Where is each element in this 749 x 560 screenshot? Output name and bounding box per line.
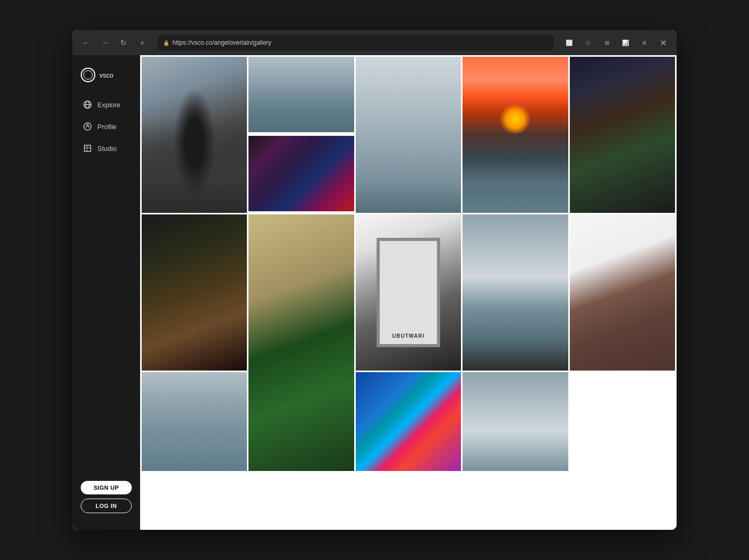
profile-icon [83,122,92,131]
photo-item[interactable] [142,57,247,213]
sidebar-item-explore[interactable]: Explore [74,95,138,114]
window-icon[interactable]: ⬜ [562,35,577,50]
gallery-grid: UBUTWARI [140,55,677,473]
newtab-button[interactable]: + [135,35,149,50]
menu-icon[interactable]: ≡ [637,35,652,50]
photo-item[interactable] [463,57,568,213]
sidebar: vsco Explore [72,55,140,530]
sidebar-bottom: SIGN UP LOG IN [72,473,140,521]
forward-button[interactable]: → [97,35,112,50]
studio-label: Studio [97,145,117,152]
photo-item[interactable] [248,136,354,211]
profile-label: Profile [97,123,117,131]
nav-items: Explore Profile [72,95,140,473]
svg-point-4 [87,124,89,126]
login-button[interactable]: LOG IN [81,499,132,513]
browser-chrome: ← → ↻ + 🔒 https://vsco.co/angeloverlain/… [72,30,677,55]
photo-item[interactable] [142,372,247,471]
signup-button[interactable]: SIGN UP [81,481,132,494]
sidebar-item-profile[interactable]: Profile [74,117,138,136]
star-icon[interactable]: ☆ [581,35,595,50]
photo-item[interactable] [463,372,568,471]
photo-item[interactable] [463,214,568,371]
url-text: https://vsco.co/angeloverlain/gallery [172,39,271,46]
browser-actions: ⬜ ☆ ⊞ 📊 ≡ ✕ [562,35,670,50]
explore-label: Explore [97,101,120,109]
photo-item[interactable] [570,214,675,371]
browser-window: ← → ↻ + 🔒 https://vsco.co/angeloverlain/… [72,30,677,530]
photo-item[interactable] [356,372,461,471]
photo-item[interactable] [142,214,247,371]
photo-item[interactable] [356,57,461,213]
gallery-area[interactable]: UBUTWARI [140,55,677,530]
lock-icon: 🔒 [163,40,169,46]
address-bar[interactable]: 🔒 https://vsco.co/angeloverlain/gallery [158,35,554,50]
vsco-logo-circle [81,68,95,82]
globe-icon [83,100,92,109]
reload-button[interactable]: ↻ [116,35,131,50]
photo-item[interactable]: UBUTWARI [356,214,461,371]
svg-rect-5 [84,145,91,151]
sidebar-logo[interactable]: vsco [72,63,140,95]
photo-item[interactable] [248,57,354,132]
photo-item[interactable] [248,214,354,471]
vsco-logo-inner [83,70,93,80]
app-body: vsco Explore [72,55,677,530]
back-button[interactable]: ← [79,35,93,50]
grid-icon[interactable]: ⊞ [600,35,614,50]
studio-icon [83,144,92,153]
close-button[interactable]: ✕ [656,35,670,50]
sidebar-item-studio[interactable]: Studio [74,138,138,158]
photo-item[interactable] [570,57,675,213]
logo-text: vsco [99,71,114,79]
history-icon[interactable]: 📊 [618,35,633,50]
